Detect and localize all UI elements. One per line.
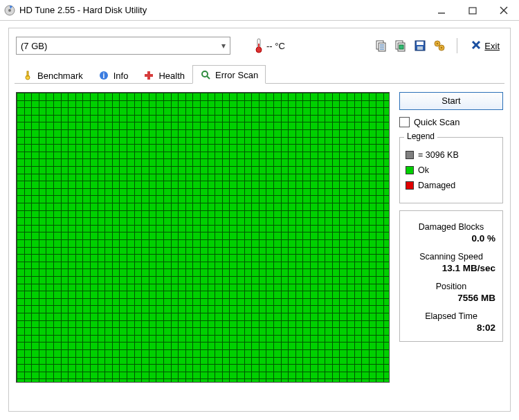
tab-strip: Benchmark i Info Health Error Scan [15,64,504,84]
stats-box: Damaged Blocks 0.0 % Scanning Speed 13.1… [399,210,503,342]
legend-damaged: Damaged [406,181,497,190]
legend-ok-label: Ok [418,165,429,175]
stat-value: 0.0 % [407,233,495,244]
legend-block-size-label: = 3096 KB [418,150,459,160]
svg-rect-27 [27,71,28,76]
stat-value: 8:02 [407,322,495,333]
tab-health[interactable]: Health [136,66,192,84]
svg-rect-19 [417,46,423,50]
quick-scan-label: Quick Scan [414,117,459,127]
tab-label: Benchmark [37,71,83,81]
tab-label: Info [113,71,129,81]
health-icon [143,70,154,81]
stat-elapsed-time: Elapsed Time 8:02 [407,311,495,333]
legend-block-size: = 3096 KB [406,150,497,160]
block-swatch-icon [406,151,414,159]
svg-rect-16 [399,45,403,49]
window-title: HD Tune 2.55 - Hard Disk Utility [19,5,147,15]
close-button[interactable] [488,0,519,21]
tab-error-scan[interactable]: Error Scan [192,65,266,84]
options-button[interactable] [432,38,447,53]
exit-button[interactable]: Exit [467,37,503,55]
svg-rect-18 [417,42,424,45]
svg-rect-3 [469,8,476,14]
temperature-value: -- °C [266,41,285,51]
svg-rect-31 [145,74,153,77]
stat-label: Position [407,282,495,291]
legend-title: Legend [404,131,437,141]
ok-swatch-icon [406,166,414,174]
copy-screenshot-button[interactable] [393,38,408,53]
svg-point-1 [8,9,11,12]
info-icon: i [98,70,109,81]
legend-ok: Ok [406,165,497,175]
svg-point-32 [202,71,208,77]
svg-rect-8 [258,44,260,49]
tab-info[interactable]: i Info [91,66,136,84]
checkbox-box [399,117,410,127]
scan-block-map [16,92,390,383]
copy-info-button[interactable] [374,38,389,53]
app-icon [4,5,15,16]
benchmark-icon [22,70,33,81]
save-button[interactable] [412,38,428,53]
stat-label: Elapsed Time [407,311,495,321]
stat-damaged-blocks: Damaged Blocks 0.0 % [407,222,495,244]
stat-label: Scanning Speed [407,252,495,262]
exit-label: Exit [484,41,500,51]
drive-select[interactable]: (7 GB) ▾ [16,37,230,55]
toolbar-divider [457,38,457,53]
chevron-down-icon: ▾ [221,41,226,51]
damaged-swatch-icon [406,181,414,190]
temperature-display: -- °C [254,38,285,53]
legend-box: Legend = 3096 KB Ok Damaged [399,137,503,203]
drive-select-value: (7 GB) [21,41,47,51]
main-panel: (7 GB) ▾ -- °C [8,28,511,412]
svg-point-22 [437,43,439,45]
minimize-button[interactable] [426,0,457,21]
svg-line-33 [207,76,210,79]
stat-scanning-speed: Scanning Speed 13.1 MB/sec [407,252,495,273]
maximize-button[interactable] [457,0,488,21]
tab-label: Error Scan [215,70,258,80]
stat-value: 13.1 MB/sec [407,263,495,273]
tab-label: Health [158,71,185,81]
error-scan-content: Start Quick Scan Legend = 3096 KB Ok [16,92,503,383]
magnifier-icon [200,69,211,80]
thermometer-icon [254,38,264,53]
stat-label: Damaged Blocks [407,222,495,232]
quick-scan-checkbox[interactable]: Quick Scan [399,117,503,127]
start-button-label: Start [441,95,460,106]
exit-icon [471,39,482,53]
tab-benchmark[interactable]: Benchmark [15,66,91,84]
legend-damaged-label: Damaged [418,181,455,190]
toolbar: (7 GB) ▾ -- °C [16,35,503,56]
svg-point-23 [441,47,443,49]
svg-text:i: i [102,72,104,80]
stat-position: Position 7556 MB [407,282,495,303]
stat-value: 7556 MB [407,293,495,303]
start-button[interactable]: Start [399,92,503,110]
title-bar: HD Tune 2.55 - Hard Disk Utility [0,0,519,21]
